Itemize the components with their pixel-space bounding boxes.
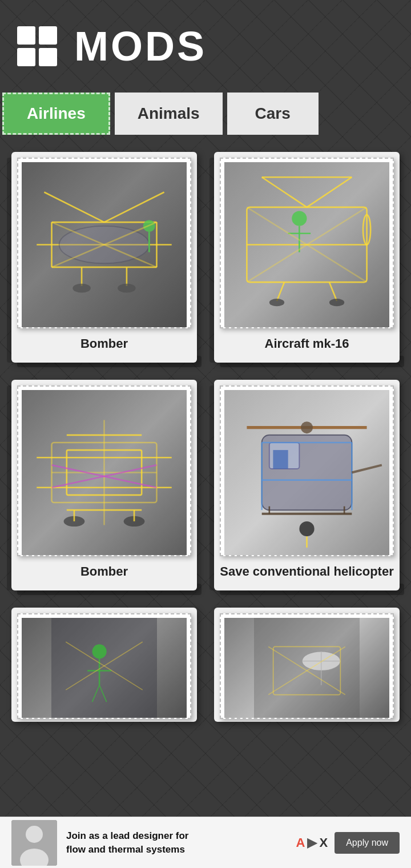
svg-line-19 (307, 177, 352, 207)
mod-card-image-bomber2 (17, 385, 191, 556)
ad-banner: Join as a lead designer for flow and the… (0, 817, 411, 868)
mods-grid: Bomber (0, 140, 411, 733)
ad-logo-x: X (319, 835, 328, 850)
svg-point-28 (329, 299, 344, 306)
ad-person-image (11, 820, 57, 866)
svg-line-6 (104, 192, 164, 223)
mod-image-helicopter (224, 390, 389, 555)
card-bottom-shadow (17, 584, 202, 595)
mod-image-aircraft-mk16 (224, 162, 389, 327)
svg-point-10 (72, 284, 91, 293)
svg-rect-68 (254, 618, 360, 719)
ad-logo-a: A (296, 835, 305, 850)
mod-image-partial1 (22, 618, 187, 719)
mod-card-image-partial1 (17, 613, 191, 719)
ad-right-section: A ▶ X Apply now (296, 832, 400, 854)
svg-point-27 (269, 299, 284, 306)
svg-point-11 (118, 284, 136, 293)
svg-line-5 (44, 192, 104, 223)
svg-point-76 (26, 826, 43, 843)
ad-logo: A ▶ X (296, 835, 328, 850)
mod-name-bomber1: Bomber (11, 328, 197, 353)
svg-point-21 (292, 211, 307, 226)
mod-card-image-helicopter (220, 385, 394, 556)
card-bottom-shadow (220, 584, 404, 595)
ad-logo-arrow: ▶ (307, 835, 317, 850)
svg-line-18 (262, 177, 307, 207)
header: MODS (0, 0, 411, 87)
mod-image-bomber1 (22, 162, 187, 327)
svg-point-61 (92, 644, 106, 658)
mod-name-helicopter: Save conventional helicopter (214, 556, 400, 581)
mod-card-partial1[interactable] (11, 608, 197, 722)
mod-card-aircraft-mk16[interactable]: Aircraft mk-16 (214, 152, 400, 363)
helicopter-svg (224, 390, 389, 555)
mod-card-partial2[interactable] (214, 608, 400, 722)
mod-name-aircraft-mk16: Aircraft mk-16 (214, 328, 400, 353)
grid-icon-cell-1 (17, 26, 35, 45)
ad-left-section: Join as a lead designer for flow and the… (11, 820, 296, 866)
partial1-svg (22, 618, 187, 719)
tab-animals[interactable]: Animals (115, 93, 223, 135)
mod-card-image-bomber1 (17, 158, 191, 328)
ad-person-svg (11, 820, 57, 866)
svg-line-54 (352, 465, 382, 472)
mod-card-bomber2[interactable]: Bomber (11, 380, 197, 590)
bomber1-svg (22, 162, 187, 327)
mod-name-bomber2: Bomber (11, 556, 197, 581)
svg-line-26 (329, 282, 337, 301)
svg-point-58 (299, 521, 314, 536)
grid-icon-cell-4 (39, 48, 57, 66)
mod-card-image-aircraft-mk16 (220, 158, 394, 328)
ad-text: Join as a lead designer for flow and the… (66, 829, 188, 857)
svg-point-46 (301, 421, 313, 433)
svg-rect-49 (273, 450, 288, 469)
card-bottom-shadow (220, 356, 404, 367)
mod-image-partial2 (224, 618, 389, 719)
page-title: MODS (74, 23, 207, 70)
mod-card-image-partial2 (220, 613, 394, 719)
mod-image-bomber2 (22, 390, 187, 555)
tab-airlines[interactable]: Airlines (2, 93, 110, 135)
partial2-svg (224, 618, 389, 719)
tabs-container: Airlines Animals Cars (0, 87, 411, 140)
tab-cars[interactable]: Cars (227, 93, 319, 135)
mod-card-helicopter[interactable]: Save conventional helicopter (214, 380, 400, 590)
mod-card-bomber1[interactable]: Bomber (11, 152, 197, 363)
card-bottom-shadow (17, 356, 202, 367)
svg-rect-60 (51, 618, 157, 719)
bomber2-svg (22, 390, 187, 555)
grid-icon[interactable] (17, 26, 57, 66)
grid-icon-cell-2 (39, 26, 57, 45)
grid-icon-cell-3 (17, 48, 35, 66)
aircraft-mk16-svg (224, 162, 389, 327)
apply-now-button[interactable]: Apply now (335, 832, 400, 854)
svg-line-25 (277, 282, 284, 301)
